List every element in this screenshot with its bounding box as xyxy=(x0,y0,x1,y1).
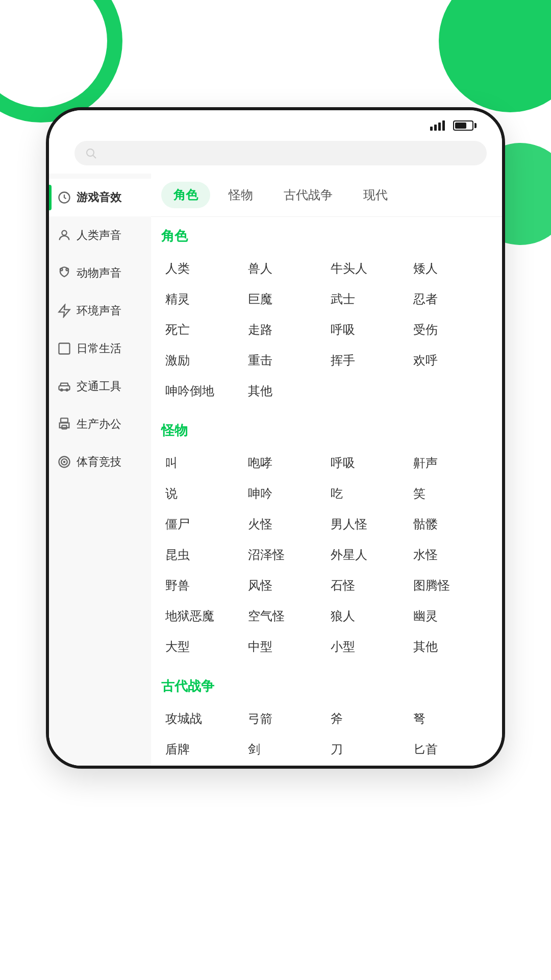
signal-bar-4 xyxy=(442,120,445,131)
sidebar-item-office[interactable]: 生产办公 xyxy=(49,405,151,443)
grid-item[interactable]: 矮人 xyxy=(409,253,492,284)
sidebar-label-animal: 动物声音 xyxy=(77,265,121,281)
grid-item[interactable]: 幽灵 xyxy=(409,601,492,631)
grid-item[interactable]: 地狱恶魔 xyxy=(161,601,244,631)
grid-item[interactable]: 盔甲 xyxy=(244,765,327,766)
sidebar-label-environment: 环境声音 xyxy=(77,303,121,318)
svg-rect-12 xyxy=(62,425,66,429)
grid-item[interactable]: 外星人 xyxy=(327,540,409,570)
grid-item[interactable]: 叫 xyxy=(161,448,244,478)
grid-item[interactable]: 呼吸 xyxy=(327,448,409,478)
grid-item[interactable]: 棒 xyxy=(161,765,244,766)
category-tab-古代战争[interactable]: 古代战争 xyxy=(271,182,345,208)
sidebar-item-animal[interactable]: 动物声音 xyxy=(49,254,151,292)
grid-item[interactable]: 其他 xyxy=(244,376,327,406)
grid-item[interactable]: 盾牌 xyxy=(161,734,244,765)
grid-item[interactable]: 中型 xyxy=(244,631,327,662)
grid-item[interactable]: 呻吟倒地 xyxy=(161,376,244,406)
search-bar[interactable] xyxy=(74,141,487,165)
grid-item[interactable]: 武士 xyxy=(327,284,409,314)
grid-item[interactable]: 匕首 xyxy=(409,734,492,765)
grid-item[interactable]: 男人怪 xyxy=(327,509,409,540)
svg-point-4 xyxy=(60,268,63,271)
grid-item[interactable]: 死亡 xyxy=(161,314,244,345)
sidebar-item-sports[interactable]: 体育竞技 xyxy=(49,443,151,481)
sidebar-item-game[interactable]: 游戏音效 xyxy=(49,179,151,216)
grid-item[interactable]: 水怪 xyxy=(409,540,492,570)
grid-item[interactable]: 牛头人 xyxy=(327,253,409,284)
svg-point-15 xyxy=(64,461,65,462)
svg-rect-11 xyxy=(61,418,68,422)
grid-item[interactable]: 僵尸 xyxy=(161,509,244,540)
grid-item[interactable]: 连枷 xyxy=(409,765,492,766)
grid-item[interactable]: 忍者 xyxy=(409,284,492,314)
grid-item[interactable]: 弓箭 xyxy=(244,703,327,734)
phone-mockup: 游戏音效人类声音动物声音环境声音日常生活交通工具生产办公体育竞技 角色怪物古代战… xyxy=(46,107,505,769)
grid-item[interactable]: 鞭 xyxy=(327,765,409,766)
grid-item[interactable]: 图腾怪 xyxy=(409,570,492,601)
grid-item[interactable]: 其他 xyxy=(409,631,492,662)
grid-item[interactable]: 剑 xyxy=(244,734,327,765)
signal-bar-1 xyxy=(430,127,433,131)
grid-item[interactable]: 骷髅 xyxy=(409,509,492,540)
sidebar-item-daily[interactable]: 日常生活 xyxy=(49,330,151,368)
grid-item[interactable]: 石怪 xyxy=(327,570,409,601)
grid-item[interactable]: 弩 xyxy=(409,703,492,734)
grid-item[interactable]: 激励 xyxy=(161,345,244,376)
category-tab-角色[interactable]: 角色 xyxy=(161,182,210,208)
grid-item[interactable]: 火怪 xyxy=(244,509,327,540)
grid-item[interactable]: 小型 xyxy=(327,631,409,662)
grid-item[interactable]: 大型 xyxy=(161,631,244,662)
grid-item[interactable]: 兽人 xyxy=(244,253,327,284)
grid-item[interactable]: 攻城战 xyxy=(161,703,244,734)
grid-item[interactable]: 挥手 xyxy=(327,345,409,376)
grid-item[interactable]: 刀 xyxy=(327,734,409,765)
grid-古代战争: 攻城战弓箭斧弩盾牌剑刀匕首棒盔甲鞭连枷锤拳其他 xyxy=(161,703,492,766)
sidebar-item-transport[interactable]: 交通工具 xyxy=(49,368,151,405)
grid-item[interactable]: 笑 xyxy=(409,478,492,509)
right-content: 角色怪物古代战争现代 角色人类兽人牛头人矮人精灵巨魔武士忍者死亡走路呼吸受伤激励… xyxy=(151,174,502,766)
section-title-古代战争: 古代战争 xyxy=(161,677,492,695)
phone-header xyxy=(49,136,502,174)
grid-item[interactable]: 说 xyxy=(161,478,244,509)
grid-item[interactable]: 野兽 xyxy=(161,570,244,601)
grid-item[interactable]: 风怪 xyxy=(244,570,327,601)
person-icon xyxy=(57,228,71,242)
lightning-icon xyxy=(57,304,71,318)
grid-item[interactable]: 呼吸 xyxy=(327,314,409,345)
grid-item[interactable]: 巨魔 xyxy=(244,284,327,314)
grid-item[interactable]: 走路 xyxy=(244,314,327,345)
car-icon xyxy=(57,379,71,394)
grid-item[interactable]: 空气怪 xyxy=(244,601,327,631)
sidebar-label-daily: 日常生活 xyxy=(77,341,121,356)
grid-item[interactable]: 人类 xyxy=(161,253,244,284)
grid-item[interactable]: 昆虫 xyxy=(161,540,244,570)
grid-item[interactable]: 精灵 xyxy=(161,284,244,314)
sidebar-label-game: 游戏音效 xyxy=(77,190,121,205)
grid-item[interactable]: 狼人 xyxy=(327,601,409,631)
category-tab-现代[interactable]: 现代 xyxy=(351,182,400,208)
svg-line-1 xyxy=(93,156,96,159)
grid-item[interactable]: 斧 xyxy=(327,703,409,734)
grid-item[interactable]: 咆哮 xyxy=(244,448,327,478)
section-角色: 角色人类兽人牛头人矮人精灵巨魔武士忍者死亡走路呼吸受伤激励重击挥手欢呼呻吟倒地其… xyxy=(151,217,502,411)
grid-角色: 人类兽人牛头人矮人精灵巨魔武士忍者死亡走路呼吸受伤激励重击挥手欢呼呻吟倒地其他 xyxy=(161,253,492,406)
sidebar-item-human[interactable]: 人类声音 xyxy=(49,216,151,254)
grid-item[interactable]: 受伤 xyxy=(409,314,492,345)
battery-body xyxy=(453,120,473,131)
svg-point-5 xyxy=(66,268,69,271)
battery-icon xyxy=(453,120,477,131)
paw-icon xyxy=(57,266,71,280)
grid-item[interactable]: 重击 xyxy=(244,345,327,376)
sidebar-label-human: 人类声音 xyxy=(77,228,121,243)
signal-bar-2 xyxy=(434,125,437,131)
sidebar-label-sports: 体育竞技 xyxy=(77,454,121,470)
sidebar-item-environment[interactable]: 环境声音 xyxy=(49,292,151,330)
grid-item[interactable]: 鼾声 xyxy=(409,448,492,478)
category-tab-怪物[interactable]: 怪物 xyxy=(216,182,265,208)
status-icons xyxy=(430,120,477,131)
grid-item[interactable]: 吃 xyxy=(327,478,409,509)
grid-item[interactable]: 呻吟 xyxy=(244,478,327,509)
grid-item[interactable]: 欢呼 xyxy=(409,345,492,376)
grid-item[interactable]: 沼泽怪 xyxy=(244,540,327,570)
